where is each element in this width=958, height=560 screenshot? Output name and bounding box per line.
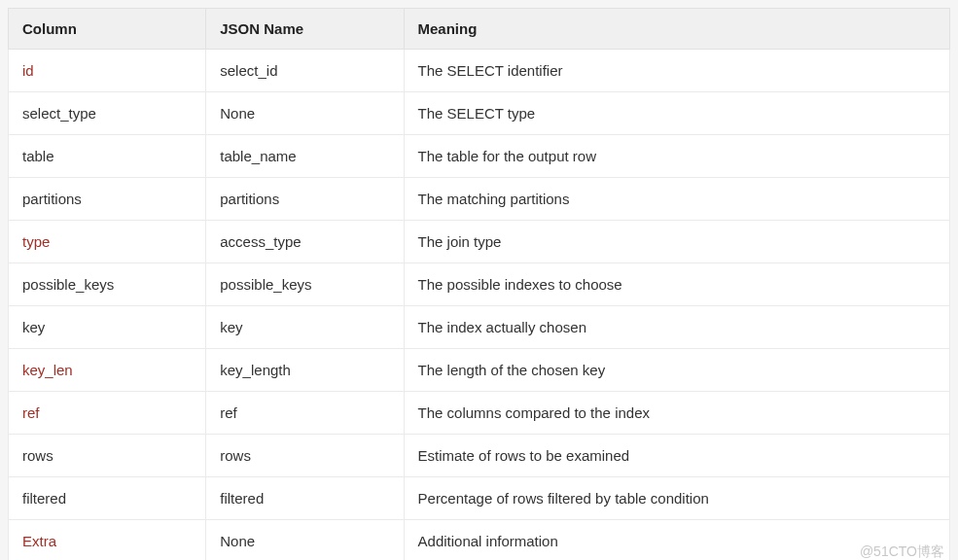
- header-column: Column: [9, 9, 206, 50]
- cell-column: filtered: [9, 477, 206, 520]
- table-row: rowsrowsEstimate of rows to be examined: [9, 435, 950, 477]
- cell-json-name: key_length: [206, 349, 404, 392]
- cell-column: key: [9, 306, 206, 349]
- cell-column: key_len: [9, 349, 206, 392]
- cell-column: Extra: [9, 520, 206, 561]
- table-row: tabletable_nameThe table for the output …: [9, 135, 950, 178]
- cell-column: table: [9, 135, 206, 178]
- explain-columns-table: Column JSON Name Meaning idselect_idThe …: [8, 8, 950, 560]
- cell-meaning: Percentage of rows filtered by table con…: [404, 477, 949, 520]
- cell-meaning: The SELECT identifier: [404, 50, 949, 92]
- cell-meaning: The join type: [404, 221, 949, 263]
- table-row: refrefThe columns compared to the index: [9, 392, 950, 435]
- cell-meaning: The length of the chosen key: [404, 349, 949, 392]
- cell-json-name: select_id: [206, 50, 404, 92]
- table-row: select_typeNoneThe SELECT type: [9, 92, 950, 135]
- table-header-row: Column JSON Name Meaning: [9, 9, 950, 50]
- cell-json-name: possible_keys: [206, 263, 404, 306]
- table-row: typeaccess_typeThe join type: [9, 221, 950, 263]
- cell-json-name: ref: [206, 392, 404, 435]
- cell-meaning: Additional information: [404, 520, 949, 561]
- cell-column: select_type: [9, 92, 206, 135]
- table-row: key_lenkey_lengthThe length of the chose…: [9, 349, 950, 392]
- table-row: keykeyThe index actually chosen: [9, 306, 950, 349]
- cell-column: rows: [9, 435, 206, 477]
- cell-meaning: The columns compared to the index: [404, 392, 949, 435]
- table-row: ExtraNoneAdditional information: [9, 520, 950, 561]
- table-row: partitionspartitionsThe matching partiti…: [9, 178, 950, 221]
- cell-column: ref: [9, 392, 206, 435]
- cell-meaning: The index actually chosen: [404, 306, 949, 349]
- cell-json-name: key: [206, 306, 404, 349]
- cell-column: possible_keys: [9, 263, 206, 306]
- cell-json-name: partitions: [206, 178, 404, 221]
- cell-json-name: rows: [206, 435, 404, 477]
- cell-column: type: [9, 221, 206, 263]
- cell-json-name: None: [206, 520, 404, 561]
- cell-meaning: The SELECT type: [404, 92, 949, 135]
- table-row: idselect_idThe SELECT identifier: [9, 50, 950, 92]
- cell-json-name: table_name: [206, 135, 404, 178]
- cell-column: id: [9, 50, 206, 92]
- cell-json-name: access_type: [206, 221, 404, 263]
- cell-meaning: The table for the output row: [404, 135, 949, 178]
- cell-meaning: Estimate of rows to be examined: [404, 435, 949, 477]
- header-meaning: Meaning: [404, 9, 949, 50]
- cell-meaning: The matching partitions: [404, 178, 949, 221]
- cell-meaning: The possible indexes to choose: [404, 263, 949, 306]
- cell-json-name: filtered: [206, 477, 404, 520]
- header-json-name: JSON Name: [206, 9, 404, 50]
- cell-json-name: None: [206, 92, 404, 135]
- cell-column: partitions: [9, 178, 206, 221]
- table-row: possible_keyspossible_keysThe possible i…: [9, 263, 950, 306]
- table-row: filteredfilteredPercentage of rows filte…: [9, 477, 950, 520]
